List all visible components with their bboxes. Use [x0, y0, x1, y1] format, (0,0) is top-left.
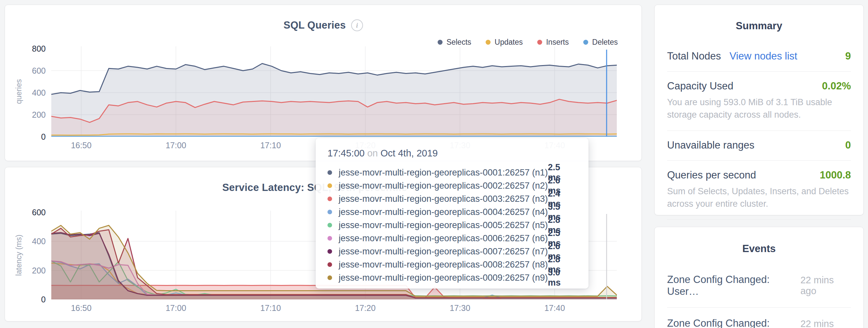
tooltip-node-row: jesse-movr-multi-region-georeplicas-0007… [328, 245, 577, 258]
event-row[interactable]: Zone Config Changed: User… 22 mins ago [667, 307, 851, 328]
node-color-dot [328, 197, 332, 201]
sql-queries-chart[interactable] [51, 46, 617, 137]
qps-value: 1000.8 [820, 169, 851, 181]
sql-queries-panel: SQL Queries i SelectsUpdatesInsertsDelet… [5, 5, 642, 161]
info-icon[interactable]: i [351, 20, 363, 31]
tooltip-time: 17:45:00 [328, 148, 365, 158]
node-color-dot [328, 184, 332, 188]
total-nodes-label: Total Nodes [667, 50, 721, 62]
tooltip-node-row: jesse-movr-multi-region-georeplicas-0005… [328, 219, 577, 232]
summary-panel: Summary Total Nodes View nodes list 9 Ca… [654, 5, 864, 215]
legend-item-selects[interactable]: Selects [438, 38, 471, 47]
capacity-used-label: Capacity Used [667, 80, 734, 92]
summary-row-total-nodes: Total Nodes View nodes list 9 [667, 42, 851, 72]
legend-dot [537, 40, 542, 45]
view-nodes-list-link[interactable]: View nodes list [730, 50, 797, 62]
node-name: jesse-movr-multi-region-georeplicas-0006… [339, 233, 548, 243]
tooltip-date: Oct 4th, 2019 [380, 148, 438, 158]
summary-title: Summary [655, 20, 863, 32]
unavailable-ranges-label: Unavailable ranges [667, 139, 754, 151]
node-color-dot [328, 236, 332, 240]
node-latency-value: 3.0 ms [548, 267, 577, 288]
event-row[interactable]: Zone Config Changed: User… 22 mins ago [667, 264, 851, 307]
chart-hover-tooltip: 17:45:00 on Oct 4th, 2019 jesse-movr-mul… [316, 138, 589, 289]
cluster-overview-page: SQL Queries i SelectsUpdatesInsertsDelet… [0, 0, 868, 328]
sql-queries-title: SQL Queries [283, 20, 346, 31]
tooltip-node-row: jesse-movr-multi-region-georeplicas-0002… [328, 179, 577, 192]
legend-label: Inserts [546, 38, 569, 47]
y-axis-label: queries [13, 46, 25, 137]
x-tick: 17:10 [248, 141, 293, 150]
node-color-dot [328, 170, 332, 175]
tooltip-timestamp: 17:45:00 on Oct 4th, 2019 [328, 148, 577, 159]
sql-queries-header: SQL Queries i [5, 20, 642, 31]
events-list: Zone Config Changed: User… 22 mins ago Z… [655, 255, 863, 328]
tooltip-node-row: jesse-movr-multi-region-georeplicas-0004… [328, 205, 577, 219]
events-title: Events [655, 243, 863, 255]
event-time: 22 mins ago [800, 319, 851, 328]
node-name: jesse-movr-multi-region-georeplicas-0008… [339, 260, 548, 270]
series-deletes [51, 136, 617, 137]
node-name: jesse-movr-multi-region-georeplicas-0005… [339, 220, 548, 230]
legend-dot [486, 40, 491, 45]
tooltip-node-rows: jesse-movr-multi-region-georeplicas-0001… [328, 166, 577, 284]
capacity-used-value: 0.02% [822, 80, 851, 92]
tooltip-node-row: jesse-movr-multi-region-georeplicas-0006… [328, 232, 577, 245]
x-tick: 16:50 [58, 141, 104, 150]
capacity-used-subtext: You are using 593.0 MiB of 3.1 TiB usabl… [667, 96, 851, 121]
node-color-dot [328, 275, 332, 280]
qps-label: Queries per second [667, 169, 756, 181]
legend-dot [583, 40, 588, 45]
summary-row-capacity: Capacity Used 0.02% You are using 593.0 … [667, 72, 851, 131]
x-tick: 17:00 [153, 303, 199, 313]
node-color-dot [328, 249, 332, 254]
legend-item-inserts[interactable]: Inserts [537, 38, 569, 47]
summary-body: Total Nodes View nodes list 9 Capacity U… [655, 32, 863, 249]
series-inserts [51, 99, 617, 137]
tooltip-node-row: jesse-movr-multi-region-georeplicas-0001… [328, 166, 577, 179]
node-color-dot [328, 210, 332, 214]
total-nodes-value: 9 [845, 50, 851, 62]
event-title: Zone Config Changed: User… [667, 274, 800, 297]
x-tick: 17:00 [153, 141, 199, 150]
node-name: jesse-movr-multi-region-georeplicas-0009… [339, 273, 548, 283]
sql-queries-legend: SelectsUpdatesInsertsDeletes [438, 38, 618, 47]
x-tick: 16:50 [58, 303, 104, 313]
legend-item-updates[interactable]: Updates [486, 38, 523, 47]
unavailable-ranges-value: 0 [845, 139, 851, 151]
tooltip-node-row: jesse-movr-multi-region-georeplicas-0009… [328, 271, 577, 284]
node-color-dot [328, 223, 332, 227]
legend-dot [438, 40, 442, 45]
events-panel: Events Zone Config Changed: User… 22 min… [654, 227, 864, 328]
node-name: jesse-movr-multi-region-georeplicas-0007… [339, 247, 548, 257]
event-time: 22 mins ago [800, 275, 851, 296]
legend-label: Selects [446, 38, 471, 47]
tooltip-node-row: jesse-movr-multi-region-georeplicas-0003… [328, 192, 577, 205]
tooltip-node-row: jesse-movr-multi-region-georeplicas-0008… [328, 258, 577, 271]
node-name: jesse-movr-multi-region-georeplicas-0001… [339, 168, 548, 178]
x-tick: 17:10 [248, 303, 293, 313]
node-name: jesse-movr-multi-region-georeplicas-0003… [339, 194, 548, 204]
x-tick: 17:20 [342, 303, 388, 313]
x-tick: 17:40 [532, 303, 578, 313]
legend-item-deletes[interactable]: Deletes [583, 38, 618, 47]
x-tick: 17:30 [437, 303, 483, 313]
node-name: jesse-movr-multi-region-georeplicas-0002… [339, 181, 548, 191]
y-axis-label: latency (ms) [13, 211, 25, 299]
legend-label: Updates [495, 38, 523, 47]
legend-label: Deletes [592, 38, 618, 47]
summary-row-qps: Queries per second 1000.8 Sum of Selects… [667, 161, 851, 220]
node-name: jesse-movr-multi-region-georeplicas-0004… [339, 207, 548, 217]
qps-subtext: Sum of Selects, Updates, Inserts, and De… [667, 185, 851, 210]
event-title: Zone Config Changed: User… [667, 318, 800, 328]
summary-row-unavailable-ranges: Unavailable ranges 0 [667, 131, 851, 161]
node-color-dot [328, 262, 332, 267]
tooltip-conjunction: on [367, 148, 378, 158]
